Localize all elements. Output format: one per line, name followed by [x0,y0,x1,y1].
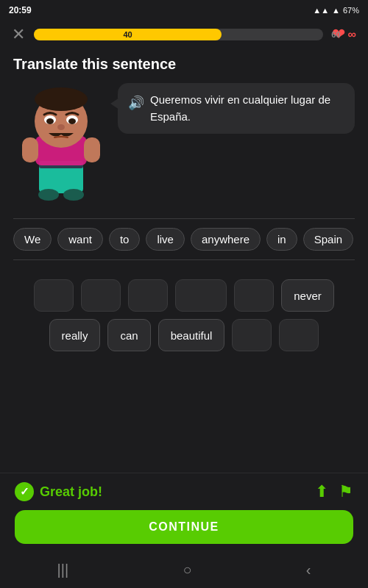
progress-bar-fill: 40 [34,29,222,40]
bank-chip-empty-7[interactable] [279,319,319,351]
bank-chip-empty-5[interactable] [234,279,274,312]
character-area [13,83,109,204]
sound-icon[interactable]: 🔊 [128,93,144,113]
nav-home[interactable]: ○ [183,562,191,578]
progress-end-label: 60 [331,30,340,39]
success-bar: ✓ Great job! ⬆ ⚑ CONTINUE [0,473,368,551]
word-bank-row-1: never [0,279,368,312]
bank-chip-can[interactable]: can [107,319,150,351]
svg-point-11 [57,124,65,130]
svg-point-10 [68,118,76,124]
nav-back[interactable]: ‹ [306,562,311,578]
bank-chip-empty-4[interactable] [175,279,227,312]
bank-chip-really[interactable]: really [49,319,101,351]
svg-point-6 [35,87,88,111]
status-time: 20:59 [9,5,32,15]
bank-chip-never[interactable]: never [281,279,334,312]
svg-point-9 [46,118,54,124]
bank-chip-empty-2[interactable] [81,279,121,312]
bank-chip-empty-3[interactable] [128,279,168,312]
action-icons: ⬆ ⚑ [315,482,353,501]
status-right: ▲▲ ▲ 67% [313,6,359,15]
answer-row: We want to live anywhere in Spain [13,218,355,260]
character-svg [13,83,109,201]
answer-chip-anywhere[interactable]: anywhere [191,228,261,251]
nav-recent-apps[interactable]: ||| [57,562,69,578]
bank-chip-empty-1[interactable] [34,279,74,312]
battery-text: 67% [343,6,359,15]
answer-chip-spain[interactable]: Spain [303,228,353,251]
answer-chip-we[interactable]: We [13,228,52,251]
page-title: Translate this sentence [13,56,355,73]
main-content: Translate this sentence [0,49,368,260]
top-nav: ✕ 40 60 ❤ ∞ [0,21,368,49]
status-bar: 20:59 ▲▲ ▲ 67% [0,0,368,21]
bank-chip-beautiful[interactable]: beautiful [158,319,225,351]
flag-icon[interactable]: ⚑ [339,482,353,501]
answer-chip-to[interactable]: to [109,228,141,251]
progress-bar-container: 40 60 [34,29,323,40]
character-row: 🔊 Queremos vivir en cualquier lugar de E… [13,83,355,204]
great-job-row: ✓ Great job! ⬆ ⚑ [15,482,353,501]
close-button[interactable]: ✕ [12,26,25,43]
answer-chip-want[interactable]: want [57,228,103,251]
word-bank-row-2: really can beautiful [0,319,368,351]
speech-text: Queremos vivir en cualquier lugar de Esp… [150,92,344,125]
svg-point-12 [38,189,59,201]
answer-chip-live[interactable]: live [146,228,185,251]
wifi-icon: ▲ [332,6,340,15]
check-circle-icon: ✓ [15,482,34,501]
great-job-text: Great job! [40,484,102,500]
svg-rect-3 [22,137,38,162]
bottom-nav: ||| ○ ‹ [0,551,368,588]
svg-point-13 [63,189,84,201]
share-icon[interactable]: ⬆ [315,482,328,501]
signal-icon: ▲▲ [313,6,329,15]
progress-label: 40 [123,30,132,39]
speech-bubble: 🔊 Queremos vivir en cualquier lugar de E… [118,83,355,134]
great-job-left: ✓ Great job! [15,482,102,501]
answer-chip-in[interactable]: in [266,228,297,251]
word-bank-area: never really can beautiful [0,268,368,370]
svg-rect-4 [84,137,100,162]
continue-button[interactable]: CONTINUE [15,510,353,544]
bank-chip-empty-6[interactable] [232,319,272,351]
infinity-icon: ∞ [348,28,356,41]
